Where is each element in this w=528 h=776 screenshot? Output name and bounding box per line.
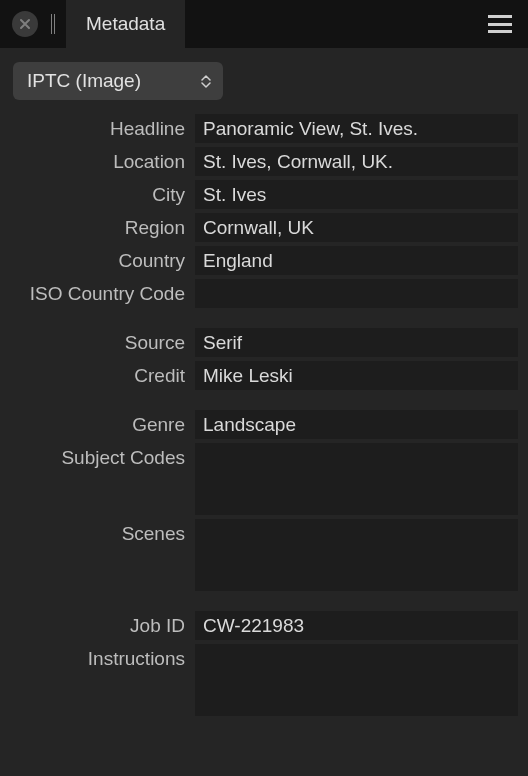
close-button[interactable] [12,11,38,37]
metadata-form: Headline Location City Region Country IS… [10,114,518,716]
input-credit[interactable] [195,361,518,390]
hamburger-icon-bar [488,15,512,18]
input-location[interactable] [195,147,518,176]
input-city[interactable] [195,180,518,209]
panel-body: IPTC (Image) Headline Location City Regi… [0,48,528,730]
tab-metadata[interactable]: Metadata [66,0,185,48]
label-job-id: Job ID [10,611,195,639]
row-city: City [10,180,518,209]
row-headline: Headline [10,114,518,143]
input-instructions[interactable] [195,644,518,716]
tab-drag-handle[interactable] [48,14,58,34]
label-headline: Headline [10,114,195,142]
hamburger-icon-bar [488,23,512,26]
row-iso-country-code: ISO Country Code [10,279,518,308]
row-country: Country [10,246,518,275]
hamburger-icon-bar [488,30,512,33]
metadata-type-select[interactable]: IPTC (Image) [13,62,223,100]
tab-label: Metadata [86,13,165,35]
input-genre[interactable] [195,410,518,439]
tab-bar: Metadata [0,0,528,48]
input-iso-country-code[interactable] [195,279,518,308]
label-region: Region [10,213,195,241]
input-source[interactable] [195,328,518,357]
row-subject-codes: Subject Codes [10,443,518,515]
row-credit: Credit [10,361,518,390]
label-location: Location [10,147,195,175]
label-city: City [10,180,195,208]
row-scenes: Scenes [10,519,518,591]
label-country: Country [10,246,195,274]
input-subject-codes[interactable] [195,443,518,515]
input-country[interactable] [195,246,518,275]
label-instructions: Instructions [10,644,195,672]
input-scenes[interactable] [195,519,518,591]
label-genre: Genre [10,410,195,438]
row-instructions: Instructions [10,644,518,716]
close-icon [19,18,31,30]
label-scenes: Scenes [10,519,195,547]
row-location: Location [10,147,518,176]
input-job-id[interactable] [195,611,518,640]
panel-menu-button[interactable] [488,15,512,33]
row-genre: Genre [10,410,518,439]
label-credit: Credit [10,361,195,389]
label-iso-country-code: ISO Country Code [10,279,195,307]
row-region: Region [10,213,518,242]
input-region[interactable] [195,213,518,242]
label-subject-codes: Subject Codes [10,443,195,471]
row-job-id: Job ID [10,611,518,640]
input-headline[interactable] [195,114,518,143]
row-source: Source [10,328,518,357]
chevron-up-down-icon [201,75,211,88]
label-source: Source [10,328,195,356]
select-value: IPTC (Image) [27,70,141,92]
